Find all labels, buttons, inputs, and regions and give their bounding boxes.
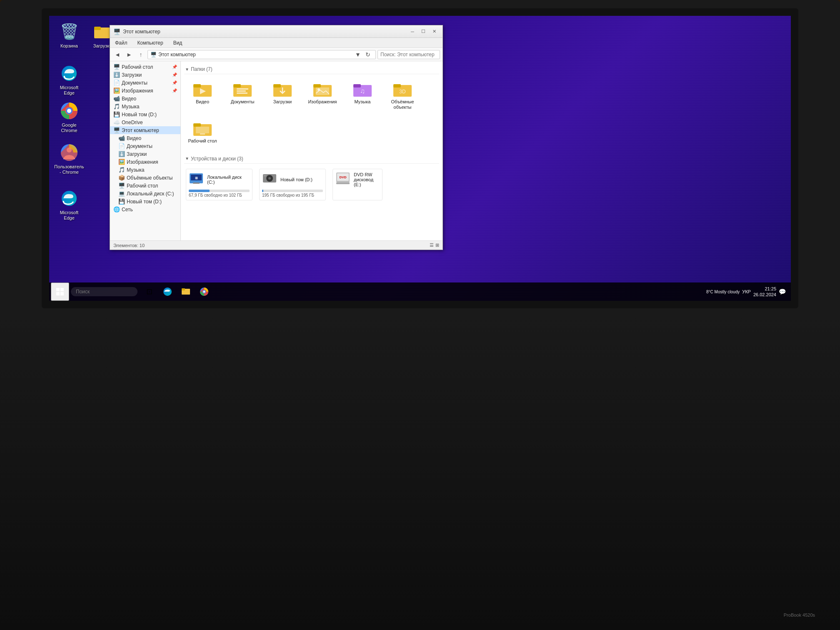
sidebar-item-music[interactable]: 🎵 Музыка [110,102,180,110]
sidebar-item-desktop[interactable]: 🖥️ Рабочий стол 📌 [110,63,180,71]
taskbar-task-view[interactable]: ⊡ [141,283,158,300]
folder-downloads[interactable]: Загрузки [266,79,299,112]
minimize-button[interactable]: ─ [408,28,418,36]
taskbar: ⊡ [49,282,791,301]
svg-rect-47 [60,288,64,291]
sidebar-item-images[interactable]: 🖼️ Изображения 📌 [110,87,180,95]
folder-documents[interactable]: Документы [226,79,259,112]
video-sidebar-icon: 📹 [113,95,120,102]
address-path[interactable]: 🖥️ Этот компьютер ▼ ↻ [148,50,376,59]
notification-icon[interactable]: 💬 [779,288,786,295]
view-tiles-icon[interactable]: ⊞ [435,242,439,248]
sidebar-item-sub-3d[interactable]: 📦 Объёмные объекты [110,174,180,182]
clock[interactable]: 21:25 26.02.2024 [753,286,776,298]
svg-rect-48 [56,292,60,295]
svg-text:♫: ♫ [360,88,365,95]
up-button[interactable]: ↑ [136,50,146,60]
svg-text:3D: 3D [399,89,406,95]
desktop-icon-chrome-user[interactable]: Пользователь - Chrome [52,141,86,177]
pin-icon2: 📌 [172,72,177,77]
desktop-icon-edge2[interactable]: Microsoft Edge [52,187,86,222]
search-input[interactable] [378,50,440,59]
drives-section-header[interactable]: ▼ Устройства и диски (3) [184,154,439,164]
activation-watermark: Активация Windows Чтобы активировать Win… [342,205,434,225]
maximize-button[interactable]: ☐ [418,28,428,36]
sidebar-item-sub-documents[interactable]: 📄 Документы [110,142,180,150]
recycle-bin-icon: 🗑️ [59,22,79,42]
folder-documents-label: Документы [231,99,255,105]
sidebar-item-label: Видео [127,135,141,141]
c-drive-icon: 💻 [118,190,125,197]
sidebar-item-downloads[interactable]: ⬇️ Загрузки 📌 [110,71,180,79]
drive-e[interactable]: DVD DVD RW дисковод (E:) [332,169,382,200]
sidebar-item-documents[interactable]: 📄 Документы 📌 [110,79,180,87]
folder-video[interactable]: Видео [186,79,219,112]
drive-c-top: ⊞ Локальный диск (C:) [189,172,250,188]
taskbar-search[interactable] [71,287,138,296]
taskbar-edge-icon[interactable] [159,283,176,300]
sub-desk-icon: 🖥️ [118,182,125,189]
svg-point-6 [67,109,71,113]
folder-3d-label: Объёмные объекты [388,99,418,110]
desktop-icon-edge[interactable]: Microsoft Edge [52,62,86,98]
start-button[interactable] [51,282,69,301]
chrome-icon [59,101,79,121]
clock-time: 21:25 [753,286,776,292]
folder-3d[interactable]: 3D Объёмные объекты [386,79,419,112]
menu-computer[interactable]: Компьютер [136,39,165,47]
drive-c-size: 67,9 ГБ свободно из 102 ГБ [189,193,242,198]
desktop-icon-recycle-bin[interactable]: 🗑️ Корзина [52,20,86,50]
menu-file[interactable]: Файл [113,39,129,47]
chrome-user-label: Пользователь - Chrome [54,164,84,175]
sidebar-item-sub-video[interactable]: 📹 Видео [110,134,180,142]
sidebar-item-c-drive[interactable]: 💻 Локальный диск (C:) [110,190,180,198]
sidebar-item-sub-desktop[interactable]: 🖥️ Рабочий стол [110,182,180,190]
folder-desktop[interactable]: Рабочий стол [186,118,219,145]
documents-sidebar-icon: 📄 [113,80,120,86]
view-details-icon[interactable]: ☰ [430,242,434,248]
svg-rect-28 [393,84,401,88]
sub-3d-icon: 📦 [118,175,125,181]
folder-video-icon [192,81,212,98]
sidebar-item-new-volume[interactable]: 💾 Новый том (D:) [110,110,180,118]
downloads-label: Загрузки [93,43,112,49]
svg-rect-25 [353,84,361,88]
taskbar-chrome-icon[interactable] [196,283,212,300]
folders-section-header[interactable]: ▼ Папки (7) [184,65,439,74]
forward-button[interactable]: ► [124,50,134,60]
close-button[interactable]: ✕ [429,28,439,36]
sidebar-item-sub-music[interactable]: 🎵 Музыка [110,166,180,174]
sidebar-item-onedrive[interactable]: ☁️ OneDrive [110,118,180,126]
sidebar-item-label: Изображения [122,88,153,94]
folder-images-label: Изображения [308,99,337,105]
folders-section-title: Папки (7) [191,66,212,72]
sidebar-item-sub-images[interactable]: 🖼️ Изображения [110,158,180,166]
language-indicator[interactable]: УКР [742,289,751,294]
main-area: ▼ Папки (7) Видео [181,61,442,240]
desktop-icon-chrome[interactable]: Google Chrome [52,99,86,135]
clock-date: 26.02.2024 [753,292,776,298]
sidebar-item-label: Документы [122,80,148,86]
taskbar-explorer-icon[interactable] [178,283,194,300]
back-button[interactable]: ◄ [112,50,122,60]
refresh-button[interactable]: ↻ [363,50,373,60]
sidebar-item-video[interactable]: 📹 Видео [110,95,180,102]
address-dropdown[interactable]: ▼ [353,50,363,60]
sidebar-item-label: Загрузки [127,151,147,157]
folder-desktop-label: Рабочий стол [188,138,217,144]
activation-line3: раздел «Параметры». [342,218,434,225]
folder-music[interactable]: ♫ Музыка [346,79,379,112]
drive-d[interactable]: Новый том (D:) 195 ГБ свободно из 195 ГБ [259,169,326,200]
drives-chevron: ▼ [185,156,189,161]
sidebar: 🖥️ Рабочий стол 📌 ⬇️ Загрузки 📌 📄 Докуме… [110,61,181,240]
sidebar-item-sub-downloads[interactable]: ⬇️ Загрузки [110,150,180,158]
sidebar-item-d-drive[interactable]: 💾 Новый том (D:) [110,198,180,205]
drive-e-top: DVD DVD RW дисковод (E:) [335,172,380,188]
sidebar-item-this-pc[interactable]: 🖥️ Этот компьютер [110,126,180,134]
drive-c[interactable]: ⊞ Локальный диск (C:) 67,9 ГБ свободно и… [186,169,252,200]
sidebar-item-network[interactable]: 🌐 Сеть [110,205,180,213]
menu-view[interactable]: Вид [172,39,184,47]
svg-rect-19 [273,84,281,88]
folders-grid: Видео [184,78,439,148]
folder-images[interactable]: Изображения [306,79,339,112]
